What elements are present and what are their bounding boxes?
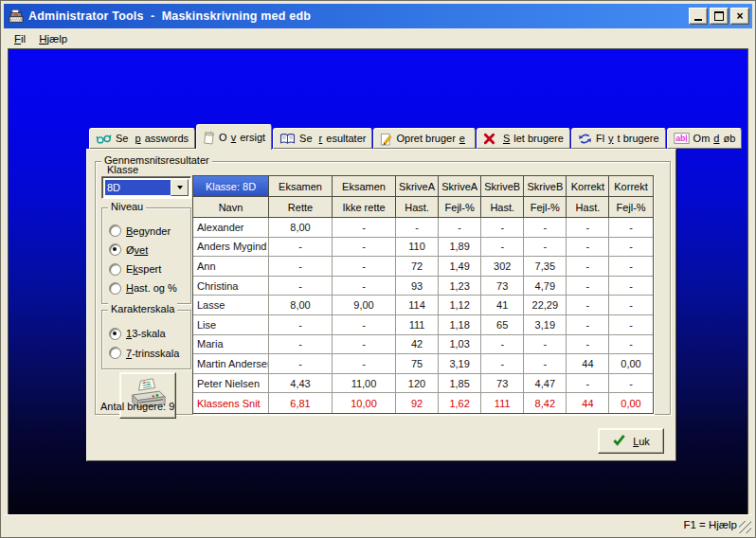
karakterskala-groupbox: Karakterskala 13-skala7-trinsskala <box>101 310 191 369</box>
label-part: Ø <box>126 244 135 256</box>
table-cell: 41 <box>481 296 524 315</box>
table-cell: 8,00 <box>269 296 333 315</box>
tab-se-passwords[interactable]: Se passwords <box>89 128 195 149</box>
table-cell: 111 <box>396 315 439 335</box>
titlebar[interactable]: Administrator Tools - Maskinskrivning me… <box>4 4 752 28</box>
tab-slet-brugere[interactable]: Slet brugere <box>477 128 570 149</box>
radio-label: Øvet <box>126 244 148 256</box>
radio-label: Hast. og % <box>126 282 177 294</box>
table-cell: - <box>524 354 567 374</box>
table-cell: 1,12 <box>439 296 481 315</box>
table-cell: 0,00 <box>609 393 652 413</box>
label-part: r <box>319 133 323 144</box>
admin-dialog: Se passwordsOversigtSe resultaterOpret b… <box>86 125 676 461</box>
close-icon: × <box>736 10 743 22</box>
table-cell: 73 <box>481 277 524 296</box>
label-part: F <box>14 33 21 45</box>
niveau-title: Niveau <box>108 201 146 212</box>
table-cell: 1,49 <box>439 257 481 277</box>
table-cell: - <box>567 296 609 315</box>
table-cell: 44 <box>567 393 609 413</box>
table-cell: - <box>481 218 524 238</box>
table-row-name: Alexander <box>193 218 269 238</box>
tab-opret-brugere[interactable]: Opret brugere <box>373 128 476 149</box>
table-cell: 75 <box>396 354 439 374</box>
table-cell: - <box>333 315 396 335</box>
label-part: v <box>231 132 237 143</box>
table-row-name: Maria <box>193 335 269 355</box>
label-part: O <box>219 132 227 143</box>
table-cell: 92 <box>396 393 439 413</box>
table-cell: 6,81 <box>269 393 333 413</box>
maximize-button[interactable] <box>710 8 729 25</box>
app-window: Administrator Tools - Maskinskrivning me… <box>0 0 756 538</box>
label-part: egynder <box>133 225 171 237</box>
luk-button[interactable]: Luk <box>598 428 664 454</box>
table-cell: - <box>333 238 396 258</box>
radio-option[interactable]: 7-trinsskala <box>109 347 189 359</box>
label-part: vet <box>135 244 149 256</box>
table-cell: - <box>609 296 652 315</box>
menu-item-hjaelp[interactable]: Hjælp <box>32 31 74 46</box>
table-cell: 302 <box>481 257 524 277</box>
table-cell: - <box>524 238 567 258</box>
table-cell: - <box>396 218 439 238</box>
tab-oversigt[interactable]: Oversigt <box>196 124 272 150</box>
label-part: Fl <box>596 133 604 144</box>
table-cell: 4,79 <box>524 277 567 296</box>
tab-flyt-brugere[interactable]: Flyt brugere <box>571 128 666 149</box>
label-part: ast. og % <box>134 282 177 294</box>
table-cell: 111 <box>481 393 524 413</box>
results-grid: Klasse: 8DEksamenEksamenSkriveASkriveASk… <box>192 175 654 414</box>
label-part: let brugere <box>513 133 564 144</box>
grid-header-cell: Eksamen <box>269 176 333 197</box>
radio-button-selected[interactable] <box>109 328 121 340</box>
radio-option[interactable]: Hast. og % <box>109 282 189 295</box>
radio-button[interactable] <box>109 224 121 237</box>
table-cell: 120 <box>396 374 439 394</box>
radio-option[interactable]: Øvet <box>109 243 189 256</box>
table-cell: 44 <box>567 354 609 374</box>
typewriter-icon <box>9 9 25 25</box>
label-part: p <box>135 133 141 144</box>
radio-button-selected[interactable] <box>109 243 121 256</box>
radio-option[interactable]: 13-skala <box>109 328 189 340</box>
dropdown-arrow-button[interactable] <box>171 179 189 196</box>
label-part: e <box>459 133 465 144</box>
radio-label: Ekspert <box>126 263 161 275</box>
label-part: t brugere <box>618 133 659 144</box>
label-part: H <box>126 282 134 294</box>
radio-option[interactable]: Ekspert <box>109 263 189 276</box>
radio-button[interactable] <box>109 282 121 295</box>
table-cell: - <box>567 374 609 394</box>
minimize-button[interactable] <box>689 8 708 25</box>
label-part: spert <box>138 263 161 275</box>
table-cell: 22,29 <box>524 296 567 315</box>
grid-subheader-cell: Rette <box>269 197 333 218</box>
label-part: Se <box>116 133 132 144</box>
tab-se-resultater[interactable]: Se resultater <box>273 128 372 149</box>
close-button[interactable]: × <box>730 8 749 25</box>
resize-grip[interactable] <box>739 521 751 533</box>
table-cell: - <box>609 257 652 277</box>
maximize-icon <box>714 11 724 21</box>
luk-label: Luk <box>633 436 650 447</box>
radio-button[interactable] <box>109 347 121 359</box>
menu-item-fil[interactable]: Fil <box>8 31 32 46</box>
radio-button[interactable] <box>109 263 121 276</box>
grid-header-cell: SkriveA <box>396 176 439 197</box>
table-cell: 114 <box>396 296 439 315</box>
label-part: øb <box>723 133 735 144</box>
table-cell: - <box>609 277 652 296</box>
client-area: Se passwordsOversigtSe resultaterOpret b… <box>8 48 748 517</box>
label-part: esultater <box>326 133 366 144</box>
table-row-name: Anders Mygind <box>193 238 269 258</box>
grid-header-cell: SkriveB <box>524 176 567 197</box>
radio-option[interactable]: Begynder <box>109 224 189 237</box>
table-cell: - <box>481 354 524 374</box>
table-cell: - <box>609 374 652 394</box>
tab-omdoeb[interactable]: abOmdøb <box>667 128 743 149</box>
table-cell: 8,00 <box>269 218 333 238</box>
klasse-dropdown[interactable]: 8D <box>101 176 191 199</box>
status-bar: F1 = Hjælp <box>4 514 752 534</box>
